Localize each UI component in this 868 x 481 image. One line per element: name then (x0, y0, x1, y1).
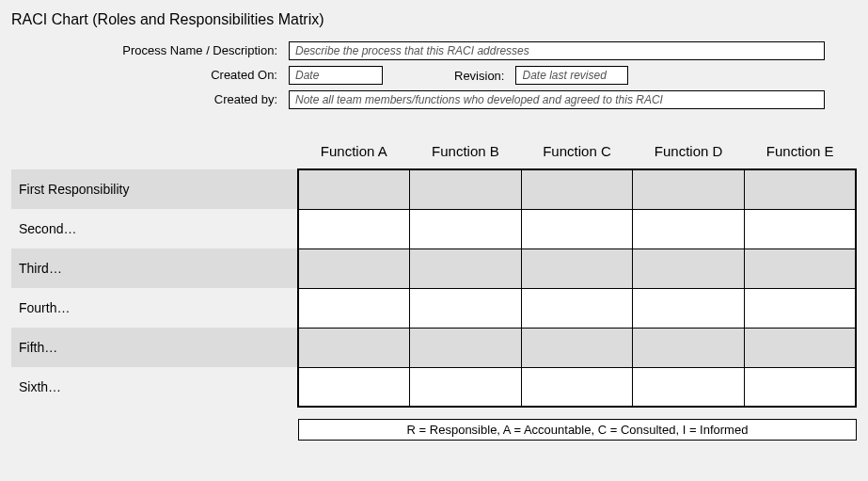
raci-cell[interactable] (633, 288, 745, 328)
raci-cell[interactable] (744, 367, 856, 407)
legend: R = Responsible, A = Accountable, C = Co… (298, 419, 857, 441)
row-label: Second… (11, 209, 298, 249)
row-label: Third… (11, 249, 298, 288)
raci-cell[interactable] (633, 169, 745, 209)
raci-cell[interactable] (633, 367, 745, 407)
raci-cell[interactable] (410, 367, 522, 407)
raci-cell[interactable] (521, 328, 633, 367)
raci-cell[interactable] (410, 209, 522, 249)
raci-cell[interactable] (298, 328, 410, 367)
raci-cell[interactable] (521, 288, 633, 328)
raci-cell[interactable] (521, 249, 633, 288)
raci-cell[interactable] (298, 367, 410, 407)
column-header: Function A (298, 137, 410, 169)
raci-cell[interactable] (744, 249, 856, 288)
metadata-form: Process Name / Description: Describe the… (11, 41, 857, 109)
row-label: Fourth… (11, 288, 298, 328)
column-header: Function B (410, 137, 522, 169)
created-on-row: Created On: Date Revision: Date last rev… (11, 66, 857, 85)
raci-cell[interactable] (298, 209, 410, 249)
raci-cell[interactable] (744, 169, 856, 209)
created-by-row: Created by: Note all team members/functi… (11, 90, 857, 109)
raci-matrix: Function A Function B Function C Functio… (11, 137, 857, 441)
raci-cell[interactable] (410, 169, 522, 209)
raci-cell[interactable] (521, 169, 633, 209)
process-input[interactable]: Describe the process that this RACI addr… (289, 41, 825, 60)
row-label: Fifth… (11, 328, 298, 367)
raci-cell[interactable] (521, 209, 633, 249)
raci-cell[interactable] (410, 249, 522, 288)
raci-cell[interactable] (298, 249, 410, 288)
created-on-input[interactable]: Date (289, 66, 383, 85)
table-row: Second… (11, 209, 856, 249)
raci-cell[interactable] (410, 328, 522, 367)
column-header: Function D (633, 137, 745, 169)
process-row: Process Name / Description: Describe the… (11, 41, 857, 60)
page-title: RACI Chart (Roles and Responsibilities M… (11, 11, 857, 28)
matrix-corner (11, 137, 298, 169)
row-label: Sixth… (11, 367, 298, 407)
table-row: First Responsibility (11, 169, 856, 209)
raci-cell[interactable] (633, 328, 745, 367)
column-header: Function C (521, 137, 633, 169)
table-row: Sixth… (11, 367, 856, 407)
matrix-header-row: Function A Function B Function C Functio… (11, 137, 856, 169)
raci-cell[interactable] (298, 288, 410, 328)
table-row: Third… (11, 249, 856, 288)
raci-cell[interactable] (633, 249, 745, 288)
process-label: Process Name / Description: (11, 41, 289, 57)
raci-cell[interactable] (521, 367, 633, 407)
raci-cell[interactable] (744, 288, 856, 328)
raci-cell[interactable] (410, 288, 522, 328)
created-by-input[interactable]: Note all team members/functions who deve… (289, 90, 825, 109)
raci-cell[interactable] (633, 209, 745, 249)
raci-cell[interactable] (744, 209, 856, 249)
revision-label: Revision: (454, 69, 504, 83)
created-on-label: Created On: (11, 66, 289, 82)
revision-input[interactable]: Date last revised (515, 66, 628, 85)
raci-cell[interactable] (744, 328, 856, 367)
column-header: Function E (744, 137, 856, 169)
created-by-label: Created by: (11, 90, 289, 106)
row-label: First Responsibility (11, 169, 298, 209)
table-row: Fifth… (11, 328, 856, 367)
raci-cell[interactable] (298, 169, 410, 209)
table-row: Fourth… (11, 288, 856, 328)
